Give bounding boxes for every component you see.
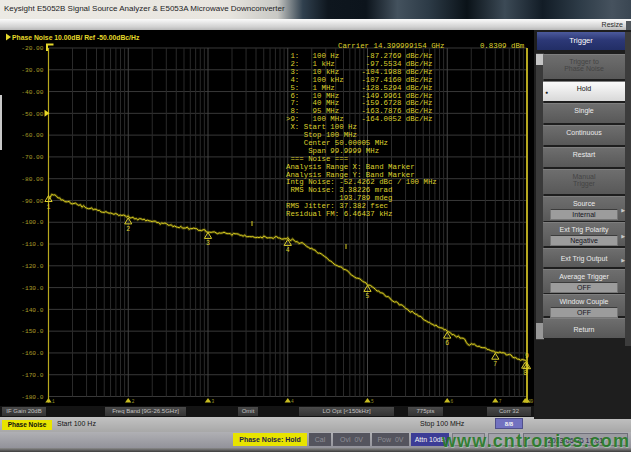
svg-text:7: 7 — [499, 399, 502, 404]
svg-text:8: 8 — [523, 370, 527, 377]
svg-text:RMS Jitter: 37.382 fsec: RMS Jitter: 37.382 fsec — [286, 202, 388, 210]
svg-text:-30.00: -30.00 — [21, 67, 44, 74]
svg-text:4: 4 — [291, 399, 294, 404]
svg-text:Span 99.9999 MHz: Span 99.9999 MHz — [286, 147, 379, 155]
svg-text:-150.0: -150.0 — [21, 328, 44, 335]
svg-text:9: 9 — [525, 353, 529, 360]
svg-text:-100.0: -100.0 — [21, 219, 44, 226]
svg-text:1: 1 — [47, 204, 51, 211]
svg-text:=== Noise ===: === Noise === — [286, 155, 349, 163]
svg-text:-160.0: -160.0 — [21, 350, 44, 357]
svg-text:Analysis Range Y: Band Marker: Analysis Range Y: Band Marker — [286, 171, 415, 179]
svg-text:6: 10 MHz -149.9961 dBc/: 6: 10 MHz -149.9961 dBc/Hz — [286, 92, 432, 100]
svg-text:5: 5 — [366, 293, 370, 300]
svg-text:-20.00: -20.00 — [21, 45, 44, 52]
svg-text:5: 1 MHz -128.5294 dBc/: 5: 1 MHz -128.5294 dBc/Hz — [286, 84, 432, 92]
svg-text:2: 2 — [126, 226, 130, 233]
svg-text:-170.0: -170.0 — [21, 372, 44, 379]
svg-text:RMS Noise: 3.38226 mrad: RMS Noise: 3.38226 mrad — [286, 186, 392, 194]
svg-text:-180.0: -180.0 — [21, 394, 44, 401]
svg-text:3: 10 kHz -104.1988 dBc/: 3: 10 kHz -104.1988 dBc/Hz — [286, 68, 432, 76]
svg-text:4: 4 — [286, 247, 290, 254]
svg-text:6: 6 — [451, 399, 454, 404]
svg-text:1: 100 Hz -87.2769 dBc/: 1: 100 Hz -87.2769 dBc/Hz — [286, 52, 432, 60]
svg-text:-140.0: -140.0 — [21, 307, 44, 314]
svg-text:-70.00: -70.00 — [21, 154, 44, 161]
svg-text:Residual FM: 6.46437 kHz: Residual FM: 6.46437 kHz — [286, 210, 392, 218]
svg-text:5: 5 — [371, 399, 374, 404]
svg-text:Analysis Range X: Band Marker: Analysis Range X: Band Marker — [286, 163, 415, 171]
svg-text:Center 50.00005 MHz: Center 50.00005 MHz — [286, 139, 388, 147]
svg-text:3: 3 — [211, 399, 214, 404]
svg-text:-50.00: -50.00 — [21, 111, 44, 118]
svg-text:7: 40 MHz -159.6728 dBc/: 7: 40 MHz -159.6728 dBc/Hz — [286, 99, 432, 107]
svg-text:Intg Noise: -52.4262 dBc / 100: Intg Noise: -52.4262 dBc / 100 MHz — [286, 178, 437, 186]
svg-text:>9: 100 MHz -164.0052 dBc: >9: 100 MHz -164.0052 dBc/Hz — [286, 115, 432, 123]
svg-text:-120.0: -120.0 — [21, 263, 44, 270]
svg-text:1: 1 — [52, 399, 55, 404]
svg-text:-60.00: -60.00 — [21, 132, 44, 139]
svg-text:4: 100 kHz -107.4160 dBc/: 4: 100 kHz -107.4160 dBc/Hz — [286, 76, 432, 84]
svg-text:-130.0: -130.0 — [21, 285, 44, 292]
svg-text:Carrier 14.399999154 GHz: Carrier 14.399999154 GHz 0.8309 dBm — [338, 42, 525, 50]
svg-text:8: 95 MHz -163.7876 dBc/: 8: 95 MHz -163.7876 dBc/Hz — [286, 107, 432, 115]
svg-text:2: 1 kHz -97.5534 dBc/: 2: 1 kHz -97.5534 dBc/Hz — [286, 60, 432, 68]
svg-text:9: 9 — [530, 399, 533, 404]
svg-text:X: Start 100 Hz: X: Start 100 Hz — [286, 123, 357, 131]
svg-text:2: 2 — [132, 399, 135, 404]
svg-text:3: 3 — [206, 240, 210, 247]
svg-text:-110.0: -110.0 — [21, 241, 44, 248]
svg-text:Stop 100 MHz: Stop 100 MHz — [286, 131, 357, 139]
svg-text:6: 6 — [445, 340, 449, 347]
svg-text:-80.00: -80.00 — [21, 176, 44, 183]
svg-text:-90.00: -90.00 — [21, 198, 44, 205]
svg-text:7: 7 — [493, 361, 497, 368]
svg-text:Phase Noise 10.00dB/ Ref -50.0: Phase Noise 10.00dB/ Ref -50.00dBc/Hz — [12, 34, 140, 41]
svg-text:-40.00: -40.00 — [21, 89, 44, 96]
svg-text:193.789 mdeg: 193.789 mdeg — [286, 194, 392, 202]
